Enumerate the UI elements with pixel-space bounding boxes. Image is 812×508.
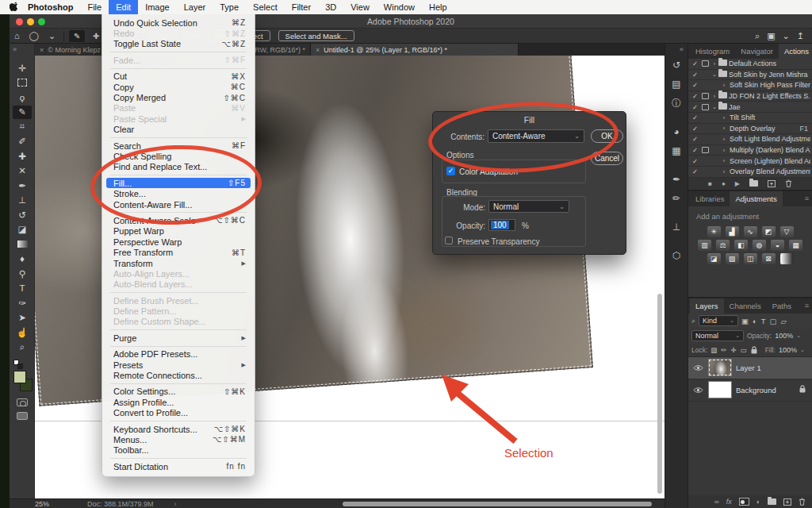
invert-icon[interactable]: ◪ <box>707 253 721 264</box>
color-lookup-icon[interactable]: ▦ <box>789 240 802 251</box>
disclosure-icon[interactable]: › <box>710 93 718 100</box>
new-layer-icon[interactable] <box>783 498 791 506</box>
vertical-scrollbar[interactable] <box>657 294 662 494</box>
menu-item-adobe-pdf-presets[interactable]: Adobe PDF Presets... <box>106 349 251 360</box>
action-modal-toggle[interactable] <box>700 60 710 67</box>
menu-item-content-aware-scale[interactable]: Content-Aware Scale⌥⇧⌘C <box>106 215 251 225</box>
blend-mode-dropdown[interactable]: Normal ⌄ <box>691 330 744 341</box>
new-group-icon[interactable] <box>768 498 776 505</box>
layer-row-layer-1[interactable]: Layer 1 <box>688 357 812 379</box>
screen-mode-icon[interactable] <box>17 412 28 420</box>
action-row[interactable]: ✓⌄Jae <box>688 102 812 113</box>
menu-item-start-dictation[interactable]: Start Dictationfn fn <box>106 461 251 471</box>
crop-tool[interactable]: ⌗ <box>13 120 32 133</box>
marquee-tool[interactable] <box>13 76 32 90</box>
disclosure-icon[interactable]: › <box>720 147 728 154</box>
menu-item-menus[interactable]: Menus...⌥⇧⌘M <box>106 434 251 444</box>
tab-histogram[interactable]: Histogram <box>690 44 735 59</box>
disclosure-icon[interactable]: ⌄ <box>710 71 718 78</box>
tab-navigator[interactable]: Navigator <box>735 44 779 59</box>
menu-item-undo-quick-selection[interactable]: Undo Quick Selection⌘Z <box>106 17 251 28</box>
panel-menu-icon[interactable]: ≡ <box>805 302 812 310</box>
menu-item-purge[interactable]: Purge▶ <box>106 333 251 343</box>
opacity-value[interactable]: 100% <box>775 332 793 340</box>
share-icon[interactable]: ↥ <box>797 31 804 41</box>
lock-artboard-icon[interactable]: ▭ <box>741 346 747 354</box>
curves-icon[interactable]: ∿ <box>744 226 757 237</box>
home-icon[interactable]: ⌂ <box>10 31 25 40</box>
export-panel-icon[interactable]: ▤ <box>666 75 687 94</box>
exposure-icon[interactable]: ◩ <box>762 226 776 237</box>
menu-item-define-brush-preset[interactable]: Define Brush Preset... <box>106 295 251 306</box>
menu-item-search[interactable]: Search⌘F <box>106 140 251 151</box>
menu-item-puppet-warp[interactable]: Puppet Warp <box>106 226 251 237</box>
healing-tool[interactable]: ✕ <box>13 164 32 178</box>
hue-saturation-icon[interactable]: ▥ <box>698 240 711 251</box>
menu-item-paste[interactable]: Paste⌘V <box>106 103 251 114</box>
disclosure-icon[interactable]: › <box>720 125 728 132</box>
menu-item-find-and-replace-text[interactable]: Find and Replace Text... <box>106 162 251 172</box>
blur-tool[interactable]: ♦ <box>13 252 32 266</box>
menu-item-define-pattern[interactable]: Define Pattern... <box>106 306 251 316</box>
link-layers-icon[interactable]: ∞ <box>714 498 719 506</box>
action-row[interactable]: ✓›Depth OverlayF1 <box>688 124 812 135</box>
quick-mask-icon[interactable] <box>17 398 28 406</box>
fill-value[interactable]: 100% <box>779 346 797 354</box>
action-check-icon[interactable]: ✓ <box>690 92 700 100</box>
path-selection-tool[interactable]: ➤ <box>13 311 32 325</box>
action-check-icon[interactable]: ✓ <box>690 157 700 165</box>
history-panel-icon[interactable]: ↺ <box>666 56 687 75</box>
menu-item-assign-profile[interactable]: Assign Profile... <box>106 397 251 407</box>
menu-item-perspective-warp[interactable]: Perspective Warp <box>106 237 251 247</box>
disclosure-icon[interactable]: › <box>720 114 728 121</box>
menubar-item-window[interactable]: Window <box>377 0 422 14</box>
threshold-icon[interactable]: ◫ <box>744 253 757 264</box>
new-selection-mode-icon[interactable]: ✎ <box>69 30 85 42</box>
menu-item-stroke[interactable]: Stroke... <box>106 188 251 198</box>
info-panel-icon[interactable]: ⓘ <box>666 94 687 113</box>
cancel-button[interactable]: Cancel <box>591 152 623 165</box>
channel-mixer-icon[interactable]: ◒ <box>771 240 784 251</box>
object-selection-tool[interactable]: ✎ <box>13 106 32 119</box>
filter-pixel-layers-icon[interactable]: ▣ <box>741 317 749 325</box>
menu-item-transform[interactable]: Transform▶ <box>106 258 251 268</box>
lock-paint-icon[interactable]: ✏ <box>721 346 726 354</box>
tab-actions[interactable]: Actions <box>779 44 812 59</box>
vibrance-icon[interactable]: ▽ <box>780 226 794 237</box>
disclosure-icon[interactable]: › <box>720 82 728 89</box>
menu-item-toolbar[interactable]: Toolbar... <box>106 445 251 456</box>
brushes-panel-icon[interactable]: ✒ <box>666 170 687 189</box>
disclosure-icon[interactable]: › <box>720 136 728 143</box>
filter-adjustment-layers-icon[interactable]: ◐ <box>753 317 757 325</box>
action-check-icon[interactable]: ✓ <box>690 81 700 89</box>
menu-item-check-spelling[interactable]: Check Spelling <box>106 151 251 161</box>
menu-item-clear[interactable]: Clear <box>106 125 251 135</box>
layer-thumbnail[interactable] <box>708 381 732 398</box>
menubar-item-select[interactable]: Select <box>246 0 285 14</box>
horizontal-scrollbar[interactable] <box>343 502 652 506</box>
workspace-switcher-icon[interactable]: ▣ <box>767 31 775 41</box>
tool-preset-icon[interactable]: ◯ <box>25 31 44 41</box>
swatches-panel-icon[interactable]: ▦ <box>666 141 687 160</box>
clone-source-panel-icon[interactable]: ⊥ <box>666 217 687 237</box>
action-check-icon[interactable]: ✓ <box>690 146 700 154</box>
close-tab-icon[interactable]: × <box>40 46 44 54</box>
menu-item-paste-special[interactable]: Paste Special▶ <box>106 114 251 124</box>
layer-thumbnail[interactable] <box>708 359 732 376</box>
visibility-eye-icon[interactable] <box>691 387 704 394</box>
collapse-tools-icon[interactable]: » <box>10 44 34 55</box>
panel-menu-icon[interactable]: ≡ <box>805 194 812 202</box>
menu-item-copy[interactable]: Copy⌘C <box>106 82 251 92</box>
action-check-icon[interactable]: ✓ <box>690 71 700 79</box>
lock-all-icon[interactable] <box>751 346 757 354</box>
action-row[interactable]: ✓›Screen (Lighten) Blend Ad... <box>688 156 812 167</box>
photo-filter-icon[interactable]: ◍ <box>753 240 766 251</box>
lock-move-icon[interactable]: ✛ <box>730 346 736 354</box>
dodge-tool[interactable]: ⚲ <box>13 267 32 280</box>
contents-dropdown[interactable]: Content-Aware ⌄ <box>488 129 584 143</box>
selective-color-icon[interactable]: ⊠ <box>762 253 776 264</box>
chevron-down-icon[interactable]: ⌄ <box>44 31 60 41</box>
lock-transparency-icon[interactable]: ▨ <box>710 346 717 354</box>
action-check-icon[interactable]: ✓ <box>690 60 700 67</box>
menubar-item-image[interactable]: Image <box>138 0 177 14</box>
